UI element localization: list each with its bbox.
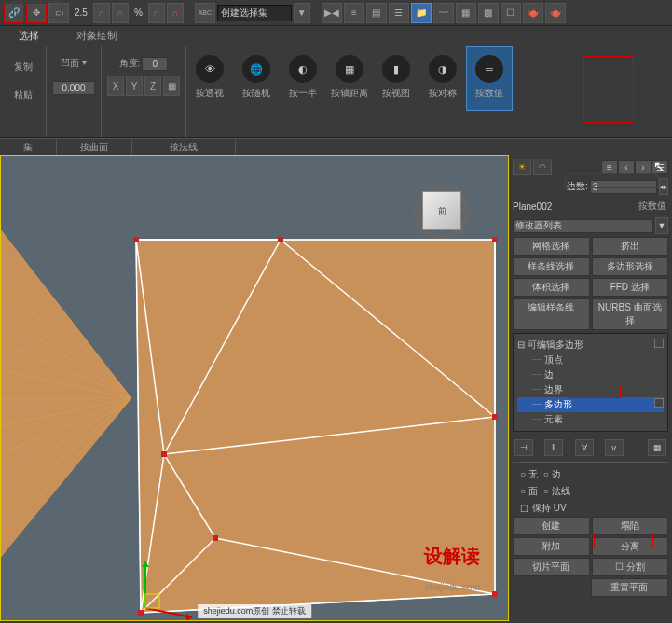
modifier-stack: ⊟ 可编辑多边形 ┈ 顶点┈ 边┈ 边界┈ 多边形 ┈ 元素: [513, 333, 668, 432]
tab-object-draw[interactable]: 对象绘制: [58, 27, 136, 46]
big-button-1[interactable]: 🌐按随机: [233, 46, 280, 111]
arc-icon[interactable]: ◠: [533, 159, 552, 175]
move-icon[interactable]: ✥: [26, 3, 47, 23]
snap-d-icon[interactable]: ∩: [167, 3, 184, 23]
viewcube[interactable]: 前: [422, 191, 461, 230]
tree-item-2[interactable]: ┈ 边界: [517, 382, 664, 397]
axis-x-button[interactable]: X: [107, 76, 124, 96]
remove-icon[interactable]: ⅴ: [605, 439, 624, 456]
radio-none[interactable]: ○ 无: [520, 468, 538, 481]
paste-label[interactable]: 粘贴: [14, 89, 33, 102]
mod-button-6[interactable]: 编辑样条线: [513, 298, 590, 330]
svg-rect-33: [213, 535, 218, 541]
detach-button[interactable]: 分离: [592, 537, 669, 556]
axis-y-button[interactable]: Y: [126, 76, 143, 96]
tree-item-1[interactable]: ┈ 边: [517, 367, 664, 382]
radio-normal[interactable]: ○ 法线: [543, 485, 570, 498]
clipboard-group: 复制 粘贴: [0, 46, 47, 137]
watermark-logo: 设解读: [424, 544, 480, 569]
bottom-tab-surface[interactable]: 按曲面: [57, 139, 132, 155]
graph-icon[interactable]: ☰: [389, 3, 409, 23]
keep-uv-checkbox[interactable]: ☐ 保持 UV: [513, 500, 668, 517]
collapse-button[interactable]: 塌陷: [592, 517, 669, 535]
snap-a-icon[interactable]: ∩: [93, 3, 110, 23]
svg-rect-29: [278, 237, 283, 242]
render-setup-icon[interactable]: ▩: [478, 3, 499, 23]
big-icon-1: 🌐: [242, 55, 270, 83]
big-button-0[interactable]: 👁按透视: [186, 46, 233, 111]
mod-button-2[interactable]: 样条线选择: [513, 257, 590, 276]
bottom-tab-normal[interactable]: 按法线: [132, 139, 236, 155]
concave-value[interactable]: [52, 81, 95, 95]
svg-rect-28: [133, 237, 139, 242]
render-frame-icon[interactable]: ☐: [501, 3, 521, 23]
selection-section: ○ 无 ○ 边 ○ 面 ○ 法线 ☐ 保持 UV 创建 塌陷 附加 分离 切片平…: [513, 462, 668, 597]
mod-button-5[interactable]: FFD 选择: [592, 278, 669, 297]
align-icon[interactable]: ≡: [344, 3, 364, 23]
edges-input[interactable]: [590, 180, 657, 194]
top-toolbar: 🔗 ✥ ▭ 2.5 ∩ ∩ % ∩ ∩ ABC ▼ ▶◀ ≡ ▤ ☰ 📁 〰 ▦…: [0, 0, 672, 26]
modifier-list-dropdown[interactable]: [513, 219, 653, 233]
pin-icon[interactable]: ⊣: [514, 439, 533, 456]
big-button-5[interactable]: ◑按对称: [419, 46, 466, 111]
big-button-4[interactable]: ▮按视图: [373, 46, 419, 111]
teapot-render-icon[interactable]: 🫖: [523, 3, 543, 23]
select-icon[interactable]: ▭: [48, 3, 69, 23]
config-icon[interactable]: ▦: [648, 439, 666, 456]
attach-button[interactable]: 附加: [513, 537, 590, 556]
cursor-icon: ↖: [653, 159, 665, 173]
ribbon: 选择 对象绘制 复制 粘贴 凹面▾ 角度: X Y Z ▦ 👁按透视🌐按随机◐按…: [0, 26, 672, 138]
selection-set-dropdown[interactable]: [217, 5, 292, 21]
dropdown-arrow-icon[interactable]: ▼: [294, 3, 310, 23]
snap-c-icon[interactable]: ∩: [148, 3, 165, 23]
bottom-tab-set[interactable]: 集: [0, 139, 57, 155]
snap-b-icon[interactable]: ∩: [112, 3, 129, 23]
layers-icon[interactable]: ▤: [366, 3, 387, 23]
schematic-icon[interactable]: 〰: [433, 3, 454, 23]
show-icon[interactable]: Ⅱ: [544, 439, 563, 456]
radio-edge[interactable]: ○ 边: [543, 468, 561, 481]
dropdown-icon[interactable]: ▼: [655, 217, 668, 234]
curve-editor-icon[interactable]: 📁: [411, 3, 432, 23]
tree-item-0[interactable]: ┈ 顶点: [517, 353, 664, 367]
create-button[interactable]: 创建: [513, 517, 590, 535]
sun-icon[interactable]: ☀: [513, 159, 531, 175]
tree-item-4[interactable]: ┈ 元素: [517, 412, 664, 427]
viewport[interactable]: 前: [0, 155, 509, 621]
svg-rect-31: [161, 451, 167, 457]
link-icon[interactable]: 🔗: [4, 3, 24, 23]
copy-label[interactable]: 复制: [14, 61, 33, 74]
mod-button-1[interactable]: 挤出: [592, 237, 669, 256]
tree-root[interactable]: ⊟ 可编辑多边形: [517, 338, 664, 353]
mod-button-0[interactable]: 网格选择: [513, 237, 590, 256]
rename-icon[interactable]: ABC: [195, 3, 215, 23]
axis-z-button[interactable]: Z: [144, 76, 161, 96]
split-button[interactable]: ☐ 分割: [592, 558, 669, 576]
axis-misc-icon[interactable]: ▦: [163, 76, 180, 96]
mod-button-3[interactable]: 多边形选择: [592, 257, 669, 276]
nav-menu-icon[interactable]: ≡: [601, 160, 618, 174]
angle-value[interactable]: [142, 57, 168, 71]
ribbon-bottom-tabs: 集 按曲面 按法线: [0, 138, 672, 155]
unique-icon[interactable]: ∀: [575, 439, 594, 456]
mod-button-7[interactable]: NURBS 曲面选择: [592, 298, 669, 330]
mod-button-4[interactable]: 体积选择: [513, 278, 590, 297]
big-button-2[interactable]: ◐按一半: [280, 46, 326, 111]
material-editor-icon[interactable]: ▦: [456, 3, 476, 23]
tree-item-3[interactable]: ┈ 多边形: [517, 397, 664, 412]
stack-tools: ⊣ Ⅱ ∀ ⅴ ▦: [513, 437, 668, 458]
tab-select[interactable]: 选择: [0, 27, 58, 46]
radio-face[interactable]: ○ 面: [520, 485, 538, 498]
reset-plane-button[interactable]: 重置平面: [591, 578, 669, 597]
mirror-icon[interactable]: ▶◀: [322, 3, 342, 23]
teapot-icon[interactable]: 🫖: [545, 3, 566, 23]
by-numeric-label: 按数值: [637, 198, 668, 215]
nav-prev-icon[interactable]: ‹: [618, 160, 635, 174]
big-button-3[interactable]: ▦按轴距离: [326, 46, 373, 111]
slice-plane-button[interactable]: 切片平面: [513, 558, 590, 576]
watermark-url: shejiedu.com: [425, 582, 480, 592]
snap-value: 2.5: [71, 7, 91, 18]
nav-next-icon[interactable]: ›: [635, 160, 651, 174]
spinner-icon[interactable]: ◂▸: [659, 178, 668, 195]
big-button-6[interactable]: ═按数值: [466, 46, 513, 111]
